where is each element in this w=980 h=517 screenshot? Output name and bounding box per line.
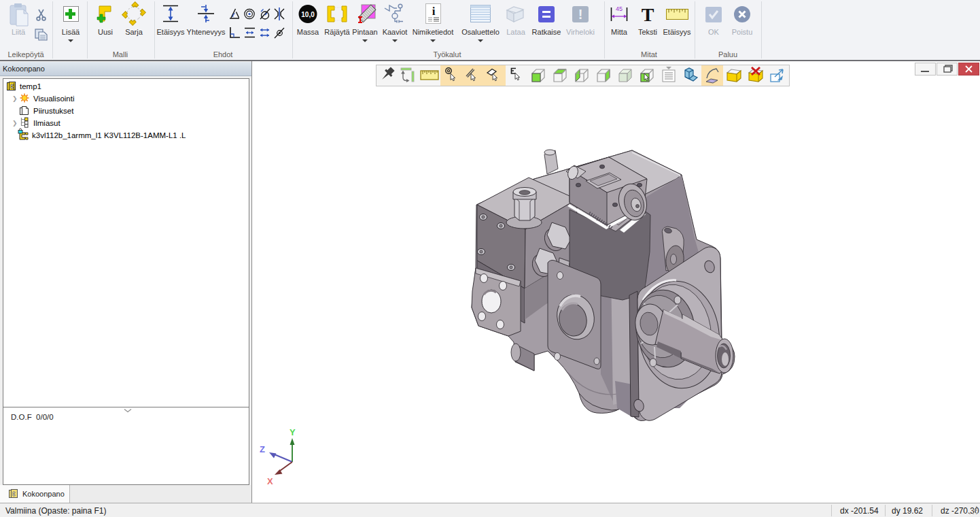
svg-text:X: X: [267, 476, 273, 486]
svg-text:!: !: [578, 7, 583, 22]
svg-text:45: 45: [616, 5, 623, 12]
svg-text:i: i: [432, 5, 436, 18]
svg-text:10,0: 10,0: [301, 11, 315, 18]
svg-text:T: T: [642, 4, 654, 25]
svg-text:Z: Z: [260, 444, 265, 454]
svg-text:Y: Y: [290, 427, 296, 437]
